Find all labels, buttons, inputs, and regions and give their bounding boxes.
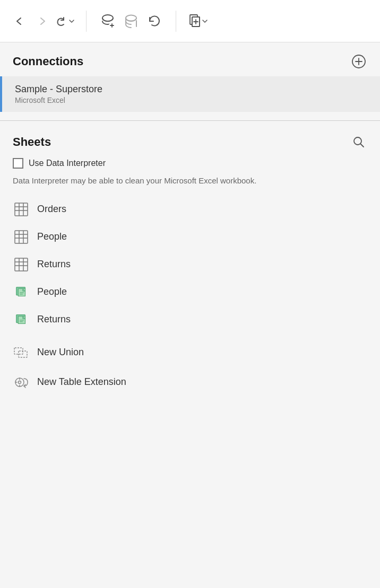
- svg-rect-13: [15, 231, 28, 243]
- sheet-name-returns-table: Returns: [37, 259, 71, 270]
- sheet-item-returns-named[interactable]: Returns: [0, 306, 380, 334]
- connections-title: Connections: [13, 55, 83, 68]
- new-sheet-button[interactable]: [187, 11, 208, 32]
- sheets-search-button[interactable]: [350, 134, 367, 151]
- toolbar-divider-2: [176, 11, 176, 32]
- table-icon-returns: [13, 256, 30, 273]
- sheet-name-people-named: People: [37, 286, 67, 297]
- union-icon: [13, 344, 30, 361]
- new-sheet-dropdown-icon: [202, 18, 208, 24]
- section-divider: [0, 120, 380, 121]
- connection-item[interactable]: Sample - Superstore Microsoft Excel: [0, 76, 380, 112]
- sheet-name-orders: Orders: [37, 204, 66, 215]
- sheet-item-returns-table[interactable]: Returns: [0, 251, 380, 278]
- sheet-item-people-table[interactable]: People: [0, 223, 380, 251]
- pause-datasource-button[interactable]: [120, 11, 142, 32]
- connection-name: Sample - Superstore: [15, 84, 102, 95]
- connection-type: Microsoft Excel: [15, 96, 102, 104]
- extension-icon: [13, 374, 30, 391]
- interpreter-label[interactable]: Use Data Interpreter: [29, 159, 106, 168]
- nav-buttons: [8, 11, 75, 32]
- named-range-icon-returns: [13, 311, 30, 328]
- svg-point-32: [19, 381, 21, 383]
- sheets-header: Sheets: [0, 134, 380, 151]
- dropdown-chevron-icon: [68, 17, 75, 25]
- toolbar-divider-1: [86, 11, 87, 32]
- connection-info: Sample - Superstore Microsoft Excel: [15, 84, 102, 104]
- redo-dropdown[interactable]: [55, 15, 75, 27]
- table-icon-orders: [13, 201, 30, 218]
- back-button[interactable]: [8, 11, 30, 32]
- connections-header: Connections: [0, 53, 380, 70]
- forward-button[interactable]: [32, 11, 53, 32]
- interpreter-row: Use Data Interpreter: [0, 158, 380, 169]
- new-union-label: New Union: [37, 347, 84, 358]
- interpreter-description: Data Interpreter may be able to clean yo…: [0, 173, 380, 196]
- refresh-button[interactable]: [144, 11, 165, 32]
- new-union-item[interactable]: New Union: [0, 338, 380, 367]
- sheets-title: Sheets: [13, 135, 51, 149]
- sheet-item-orders[interactable]: Orders: [0, 196, 380, 223]
- sheet-name-people-table: People: [37, 231, 67, 242]
- new-extension-label: New Table Extension: [37, 376, 126, 388]
- toolbar: [0, 0, 380, 42]
- sheet-item-people-named[interactable]: People: [0, 278, 380, 306]
- connections-section: Connections Sample - Superstore Microsof…: [0, 42, 380, 116]
- svg-rect-18: [15, 258, 28, 271]
- new-extension-item[interactable]: New Table Extension: [0, 367, 380, 397]
- main-content: Connections Sample - Superstore Microsof…: [0, 42, 380, 406]
- svg-rect-8: [15, 203, 28, 216]
- add-connection-button[interactable]: [350, 53, 367, 70]
- named-range-icon-people: [13, 284, 30, 301]
- table-icon-people: [13, 229, 30, 245]
- sheet-name-returns-named: Returns: [37, 314, 71, 325]
- interpreter-checkbox[interactable]: [13, 158, 23, 169]
- add-datasource-button[interactable]: [97, 11, 118, 32]
- datasource-buttons: [97, 11, 165, 32]
- sheets-section: Sheets Use Data Interpreter Data Interpr…: [0, 125, 380, 406]
